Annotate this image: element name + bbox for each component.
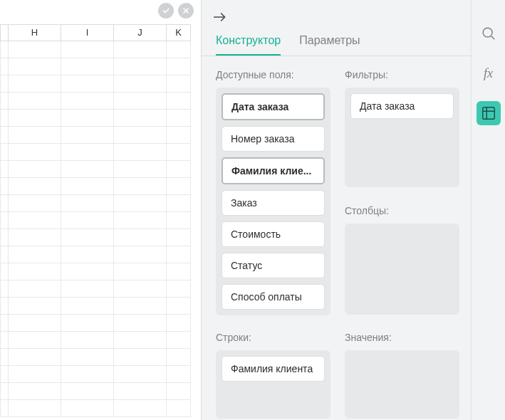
cell[interactable] bbox=[167, 93, 191, 110]
cell[interactable] bbox=[114, 383, 167, 400]
cell[interactable] bbox=[61, 58, 114, 75]
cell[interactable] bbox=[9, 229, 61, 246]
tab-params[interactable]: Параметры bbox=[299, 34, 360, 56]
cell[interactable] bbox=[0, 178, 9, 195]
column-header[interactable]: H bbox=[9, 24, 61, 41]
cell[interactable] bbox=[167, 246, 191, 263]
cell[interactable] bbox=[61, 110, 114, 127]
cell[interactable] bbox=[114, 93, 167, 110]
cell[interactable] bbox=[61, 75, 114, 93]
cell[interactable] bbox=[61, 127, 114, 144]
cell[interactable] bbox=[61, 161, 114, 178]
cell[interactable] bbox=[0, 110, 9, 127]
cell[interactable] bbox=[114, 315, 167, 332]
cell[interactable] bbox=[114, 110, 167, 127]
cell[interactable] bbox=[0, 229, 9, 246]
cell[interactable] bbox=[9, 332, 61, 349]
cell[interactable] bbox=[167, 127, 191, 144]
column-header[interactable]: I bbox=[61, 24, 114, 41]
values-drop[interactable] bbox=[345, 350, 459, 419]
cell[interactable] bbox=[9, 280, 61, 298]
expand-arrow-icon[interactable] bbox=[213, 11, 459, 26]
cell[interactable] bbox=[0, 246, 9, 263]
cell[interactable] bbox=[0, 195, 9, 212]
cell[interactable] bbox=[0, 349, 9, 366]
field-chip[interactable]: Заказ bbox=[222, 190, 325, 216]
cell[interactable] bbox=[167, 332, 191, 349]
cell[interactable] bbox=[61, 41, 114, 58]
field-chip[interactable]: Статус bbox=[222, 253, 325, 278]
cell[interactable] bbox=[9, 195, 61, 212]
cell[interactable] bbox=[9, 110, 61, 127]
field-chip[interactable]: Дата заказа bbox=[222, 93, 325, 120]
cell[interactable] bbox=[167, 110, 191, 127]
cell[interactable] bbox=[9, 315, 61, 332]
cell[interactable] bbox=[114, 400, 167, 417]
cell[interactable] bbox=[0, 93, 9, 110]
cell[interactable] bbox=[167, 41, 191, 58]
cell[interactable] bbox=[61, 246, 114, 263]
search-tool-icon[interactable] bbox=[477, 21, 501, 46]
cell[interactable] bbox=[0, 383, 9, 400]
cancel-button[interactable] bbox=[178, 3, 194, 19]
cell[interactable] bbox=[0, 144, 9, 161]
cell[interactable] bbox=[61, 195, 114, 212]
cell[interactable] bbox=[167, 75, 191, 93]
cell[interactable] bbox=[0, 41, 9, 58]
cell[interactable] bbox=[61, 315, 114, 332]
cell[interactable] bbox=[9, 41, 61, 58]
cell[interactable] bbox=[167, 315, 191, 332]
column-header[interactable] bbox=[0, 24, 9, 41]
cell[interactable] bbox=[167, 161, 191, 178]
pivot-tool-icon[interactable] bbox=[477, 101, 501, 125]
tab-constructor[interactable]: Конструктор bbox=[216, 34, 281, 56]
cell[interactable] bbox=[0, 366, 9, 383]
cell[interactable] bbox=[9, 58, 61, 75]
cell[interactable] bbox=[9, 178, 61, 195]
cell[interactable] bbox=[0, 75, 9, 93]
cell[interactable] bbox=[61, 212, 114, 229]
cell[interactable] bbox=[9, 212, 61, 229]
cell[interactable] bbox=[167, 58, 191, 75]
available-fields-drop[interactable]: Дата заказаНомер заказаФамилия клие...За… bbox=[216, 88, 330, 315]
field-chip[interactable]: Номер заказа bbox=[222, 126, 325, 152]
cell[interactable] bbox=[9, 400, 61, 417]
cell-grid[interactable]: HIJK bbox=[0, 24, 201, 420]
cell[interactable] bbox=[0, 298, 9, 315]
cell[interactable] bbox=[114, 144, 167, 161]
cell[interactable] bbox=[114, 349, 167, 366]
column-header[interactable]: K bbox=[167, 24, 191, 41]
cell[interactable] bbox=[0, 263, 9, 280]
cell[interactable] bbox=[61, 332, 114, 349]
cell[interactable] bbox=[9, 161, 61, 178]
cell[interactable] bbox=[0, 315, 9, 332]
cell[interactable] bbox=[114, 298, 167, 315]
cell[interactable] bbox=[0, 280, 9, 298]
cell[interactable] bbox=[114, 127, 167, 144]
cell[interactable] bbox=[61, 298, 114, 315]
cell[interactable] bbox=[0, 400, 9, 417]
cell[interactable] bbox=[114, 161, 167, 178]
cell[interactable] bbox=[61, 229, 114, 246]
cell[interactable] bbox=[167, 263, 191, 280]
cell[interactable] bbox=[61, 178, 114, 195]
cell[interactable] bbox=[61, 383, 114, 400]
cell[interactable] bbox=[167, 383, 191, 400]
cell[interactable] bbox=[0, 127, 9, 144]
cell[interactable] bbox=[9, 298, 61, 315]
columns-drop[interactable] bbox=[345, 224, 459, 315]
cell[interactable] bbox=[61, 263, 114, 280]
cell[interactable] bbox=[9, 127, 61, 144]
confirm-button[interactable] bbox=[158, 3, 174, 19]
cell[interactable] bbox=[61, 366, 114, 383]
cell[interactable] bbox=[167, 298, 191, 315]
rows-drop[interactable]: Фамилия клиента bbox=[216, 350, 330, 419]
field-chip[interactable]: Способ оплаты bbox=[222, 284, 325, 310]
cell[interactable] bbox=[9, 383, 61, 400]
cell[interactable] bbox=[114, 212, 167, 229]
cell[interactable] bbox=[114, 332, 167, 349]
cell[interactable] bbox=[9, 349, 61, 366]
cell[interactable] bbox=[114, 195, 167, 212]
field-chip[interactable]: Стоимость bbox=[222, 221, 325, 247]
cell[interactable] bbox=[167, 144, 191, 161]
